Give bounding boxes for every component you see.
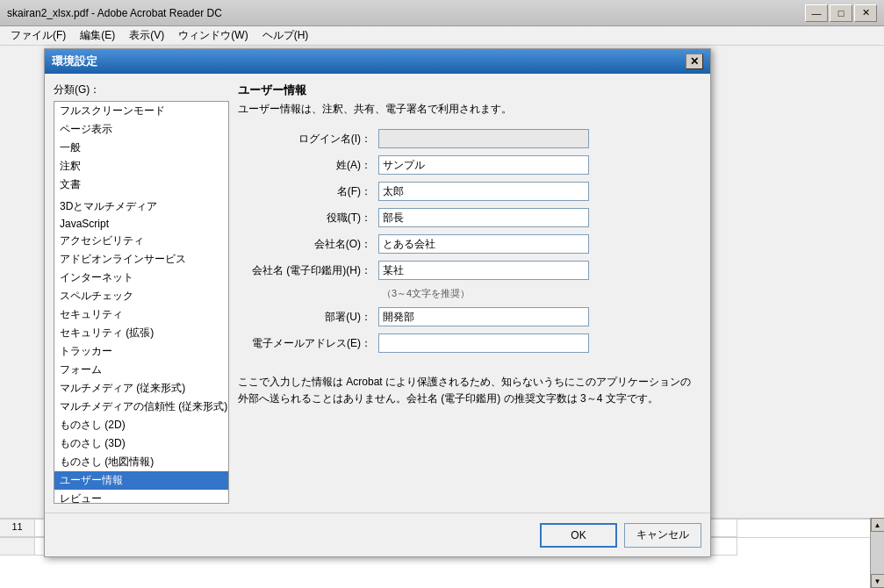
menu-item-3[interactable]: ウィンドウ(W) [171, 26, 255, 45]
company-stamp-input[interactable] [378, 261, 589, 280]
dialog-content: 分類(G)： フルスクリーンモードページ表示一般注釈文書3DとマルチメディアJa… [45, 74, 710, 513]
email-label: 電子メールアドレス(E)： [238, 336, 378, 351]
sidebar-list-item-21[interactable]: ユーザー情報 [54, 471, 228, 490]
sidebar-list-item-18[interactable]: ものさし (2D) [54, 416, 228, 434]
bg-titlebar: skairan2_xlsx.pdf - Adobe Acrobat Reader… [0, 0, 884, 26]
company-row: 会社名(O)： [238, 234, 701, 254]
scroll-track [871, 532, 884, 574]
sidebar-list-item-3[interactable]: 注釈 [54, 157, 228, 176]
dialog-title: 環境設定 [52, 54, 686, 69]
firstname-input[interactable] [378, 182, 589, 201]
dept-label: 部署(U)： [238, 310, 378, 325]
hint-row: （3～4文字を推奨） [238, 287, 701, 300]
titlebar-controls: — □ ✕ [805, 4, 877, 22]
close-window-button[interactable]: ✕ [854, 4, 877, 22]
sidebar-list-item-13[interactable]: セキュリティ (拡張) [54, 324, 228, 342]
scroll-up-btn[interactable]: ▲ [871, 518, 885, 532]
sidebar: 分類(G)： フルスクリーンモードページ表示一般注釈文書3DとマルチメディアJa… [54, 82, 229, 504]
sidebar-list-item-6[interactable]: 3Dとマルチメディア [54, 197, 228, 216]
preferences-dialog: 環境設定 ✕ 分類(G)： フルスクリーンモードページ表示一般注釈文書3Dとマル… [44, 48, 711, 557]
login-row: ログイン名(I)： [238, 129, 701, 148]
sidebar-list-item-15[interactable]: フォーム [54, 361, 228, 379]
menu-item-1[interactable]: 編集(E) [73, 26, 122, 45]
company-stamp-label: 会社名 (電子印鑑用)(H)： [238, 263, 378, 278]
dept-row: 部署(U)： [238, 307, 701, 326]
sidebar-list-item-7[interactable]: JavaScript [54, 216, 228, 232]
sidebar-list-item-10[interactable]: インターネット [54, 269, 228, 287]
sidebar-list-item-8[interactable]: アクセシビリティ [54, 232, 228, 250]
menu-item-2[interactable]: 表示(V) [122, 26, 171, 45]
menu-item-4[interactable]: ヘルプ(H) [255, 26, 316, 45]
maximize-button[interactable]: □ [830, 4, 852, 22]
sidebar-label: 分類(G)： [54, 82, 229, 97]
sidebar-list-item-0[interactable]: フルスクリーンモード [54, 102, 228, 120]
sidebar-list-item-20[interactable]: ものさし (地図情報) [54, 453, 228, 471]
login-label: ログイン名(I)： [238, 132, 378, 147]
firstname-row: 名(F)： [238, 182, 701, 201]
sidebar-list-item-1[interactable]: ページ表示 [54, 120, 228, 139]
bg-title: skairan2_xlsx.pdf - Adobe Acrobat Reader… [7, 7, 222, 19]
sidebar-list-item-17[interactable]: マルチメディアの信頼性 (従来形式) [54, 398, 228, 416]
ok-button[interactable]: OK [540, 523, 617, 548]
right-panel: ユーザー情報 ユーザー情報は、注釈、共有、電子署名で利用されます。 ログイン名(… [238, 82, 701, 504]
title-input[interactable] [378, 208, 589, 227]
right-scrollbar[interactable]: ▲ ▼ [870, 518, 884, 588]
title-row: 役職(T)： [238, 208, 701, 227]
minimize-button[interactable]: — [805, 4, 828, 22]
sidebar-list-item-2[interactable]: 一般 [54, 139, 228, 157]
title-label: 役職(T)： [238, 211, 378, 226]
lastname-input[interactable] [378, 155, 589, 175]
sidebar-list-item-16[interactable]: マルチメディア (従来形式) [54, 379, 228, 398]
dialog-titlebar: 環境設定 ✕ [45, 49, 710, 74]
dept-input[interactable] [378, 307, 589, 326]
section-desc: ユーザー情報は、注釈、共有、電子署名で利用されます。 [238, 102, 701, 117]
section-title: ユーザー情報 [238, 82, 701, 98]
sidebar-list-item-11[interactable]: スペルチェック [54, 287, 228, 305]
email-input[interactable] [378, 333, 589, 353]
row-number-2 [0, 538, 35, 556]
company-hint: （3～4文字を推奨） [382, 287, 470, 300]
lastname-row: 姓(A)： [238, 155, 701, 175]
sidebar-list-item-4[interactable]: 文書 [54, 176, 228, 194]
firstname-label: 名(F)： [238, 184, 378, 199]
sidebar-list[interactable]: フルスクリーンモードページ表示一般注釈文書3DとマルチメディアJavaScrip… [54, 101, 229, 504]
menu-item-0[interactable]: ファイル(F) [4, 26, 73, 45]
sidebar-list-item-12[interactable]: セキュリティ [54, 305, 228, 324]
sidebar-list-item-9[interactable]: アドビオンラインサービス [54, 250, 228, 269]
email-row: 電子メールアドレス(E)： [238, 333, 701, 353]
lastname-label: 姓(A)： [238, 158, 378, 173]
company-stamp-row: 会社名 (電子印鑑用)(H)： [238, 261, 701, 280]
sidebar-list-item-22[interactable]: レビュー [54, 490, 228, 504]
notice-text: ここで入力した情報は Acrobat により保護されるため、知らないうちにこのア… [238, 374, 701, 407]
sidebar-list-item-14[interactable]: トラッカー [54, 342, 228, 361]
dialog-footer: OK キャンセル [45, 513, 710, 556]
sidebar-list-item-19[interactable]: ものさし (3D) [54, 434, 228, 453]
row-number: 11 [0, 520, 35, 537]
login-input[interactable] [378, 129, 589, 148]
company-label: 会社名(O)： [238, 237, 378, 252]
dialog-close-button[interactable]: ✕ [686, 54, 703, 69]
scroll-down-btn[interactable]: ▼ [871, 574, 885, 588]
cancel-button[interactable]: キャンセル [624, 523, 701, 548]
menu-bar: ファイル(F)編集(E)表示(V)ウィンドウ(W)ヘルプ(H) [0, 26, 884, 46]
company-input[interactable] [378, 234, 589, 254]
